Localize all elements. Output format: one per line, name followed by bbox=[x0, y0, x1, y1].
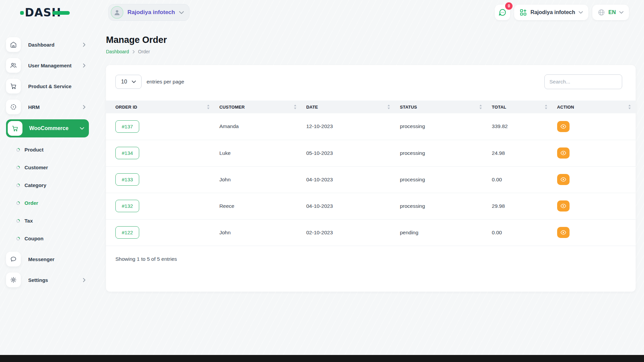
date-cell: 05-10-2023 bbox=[301, 140, 395, 166]
table-row: #132 Reece 04-10-2023 processing 29.98 bbox=[106, 193, 636, 219]
orders-card: 10 entries per page ORDER ID CUSTOMER bbox=[106, 65, 636, 292]
column-header-order-id[interactable]: ORDER ID bbox=[106, 101, 214, 113]
sidebar-item-woocommerce[interactable]: WooCommerce bbox=[6, 119, 89, 137]
sidebar-item-user-management[interactable]: User Management bbox=[6, 57, 89, 74]
company-name: Rajodiya infotech bbox=[530, 9, 575, 15]
status-cell: processing bbox=[395, 166, 487, 193]
messenger-button[interactable]: 0 bbox=[495, 5, 510, 20]
sidebar-item-label: HRM bbox=[28, 104, 40, 110]
submenu-item-order[interactable]: Order bbox=[6, 194, 89, 212]
eye-icon bbox=[560, 151, 566, 155]
date-cell: 04-10-2023 bbox=[301, 193, 395, 219]
sidebar-item-label: Product & Service bbox=[28, 83, 71, 89]
submenu-item-label: Order bbox=[24, 200, 38, 206]
submenu-item-coupon[interactable]: Coupon bbox=[6, 230, 89, 247]
messenger-badge: 0 bbox=[505, 2, 513, 10]
order-id-chip[interactable]: #134 bbox=[115, 147, 139, 159]
status-cell: processing bbox=[395, 193, 487, 219]
order-id-chip[interactable]: #132 bbox=[115, 200, 139, 212]
home-icon bbox=[6, 37, 21, 52]
customer-cell: John bbox=[214, 219, 301, 246]
column-header-total[interactable]: TOTAL bbox=[487, 101, 552, 113]
workspace-selector[interactable]: Rajodiya infotech bbox=[108, 4, 190, 21]
hrm-icon bbox=[6, 100, 21, 114]
view-order-button[interactable] bbox=[557, 147, 570, 159]
eye-icon bbox=[560, 124, 566, 129]
view-order-button[interactable] bbox=[557, 174, 570, 185]
page-title: Manage Order bbox=[106, 35, 636, 45]
breadcrumb-current: Order bbox=[138, 49, 150, 54]
submenu-item-category[interactable]: Category bbox=[6, 176, 89, 194]
column-header-status[interactable]: STATUS bbox=[395, 101, 487, 113]
sort-icon bbox=[479, 105, 482, 109]
sidebar-item-hrm[interactable]: HRM bbox=[6, 99, 89, 115]
submenu-item-tax[interactable]: Tax bbox=[6, 212, 89, 230]
sort-icon bbox=[294, 105, 297, 109]
date-cell: 12-10-2023 bbox=[301, 113, 395, 140]
submenu-item-product[interactable]: Product bbox=[6, 141, 89, 159]
workspace-name: Rajodiya infotech bbox=[127, 9, 175, 16]
view-order-button[interactable] bbox=[557, 227, 570, 238]
orders-table: ORDER ID CUSTOMER DATE STATUS TOTAL ACTI… bbox=[106, 101, 636, 246]
submenu-item-label: Tax bbox=[24, 218, 33, 224]
chat-bubble-icon bbox=[6, 252, 21, 266]
ring-bullet-icon bbox=[16, 148, 20, 152]
total-cell: 339.82 bbox=[487, 113, 552, 140]
column-header-date[interactable]: DATE bbox=[301, 101, 395, 113]
page-size-select[interactable]: 10 bbox=[115, 75, 142, 89]
column-header-action[interactable]: ACTION bbox=[552, 101, 636, 113]
submenu-item-customer[interactable]: Customer bbox=[6, 159, 89, 176]
eye-icon bbox=[560, 177, 566, 182]
table-row: #134 Luke 05-10-2023 processing 24.98 bbox=[106, 140, 636, 166]
search-input[interactable] bbox=[544, 74, 622, 89]
chevron-right-icon bbox=[132, 50, 135, 54]
chat-dots-icon bbox=[498, 8, 507, 17]
view-order-button[interactable] bbox=[557, 121, 570, 132]
sort-icon bbox=[207, 105, 210, 109]
status-cell: processing bbox=[395, 113, 487, 140]
eye-icon bbox=[560, 204, 566, 208]
breadcrumb: Dashboard Order bbox=[106, 49, 636, 54]
column-header-customer[interactable]: CUSTOMER bbox=[214, 101, 301, 113]
customer-cell: Reece bbox=[214, 193, 301, 219]
eye-icon bbox=[560, 230, 566, 235]
ring-bullet-icon bbox=[16, 166, 20, 170]
sidebar-item-settings[interactable]: Settings bbox=[6, 272, 89, 288]
submenu-item-label: Coupon bbox=[24, 236, 44, 241]
sidebar-item-label: WooCommerce bbox=[29, 125, 68, 131]
status-cell: pending bbox=[395, 219, 487, 246]
order-id-chip[interactable]: #122 bbox=[115, 226, 139, 239]
company-selector[interactable]: Rajodiya infotech bbox=[514, 5, 588, 20]
view-order-button[interactable] bbox=[557, 200, 570, 212]
topbar: DASH Rajodiya infotech 0 Rajo bbox=[0, 0, 644, 25]
chevron-right-icon bbox=[83, 278, 86, 282]
sort-icon bbox=[545, 105, 547, 109]
chevron-right-icon bbox=[83, 105, 86, 109]
chevron-down-icon bbox=[579, 11, 583, 14]
ring-bullet-icon bbox=[16, 201, 20, 205]
chevron-down-icon bbox=[619, 11, 624, 14]
order-id-chip[interactable]: #133 bbox=[115, 173, 139, 186]
submenu-item-label: Customer bbox=[24, 165, 48, 170]
users-icon bbox=[6, 58, 21, 73]
table-controls: 10 entries per page bbox=[106, 65, 636, 89]
sidebar-item-messenger[interactable]: Messenger bbox=[6, 251, 89, 267]
date-cell: 04-10-2023 bbox=[301, 166, 395, 193]
chevron-right-icon bbox=[83, 63, 86, 68]
woocommerce-submenu: Product Customer Category Order Tax Coup… bbox=[6, 141, 89, 247]
sidebar-item-dashboard[interactable]: Dashboard bbox=[6, 36, 89, 53]
person-icon bbox=[113, 9, 121, 16]
sidebar-item-label: Settings bbox=[28, 277, 48, 283]
sidebar-item-product-service[interactable]: Product & Service bbox=[6, 78, 89, 95]
submenu-item-label: Product bbox=[24, 147, 44, 153]
grid-plus-icon bbox=[520, 9, 527, 16]
chevron-down-icon bbox=[132, 80, 136, 83]
order-id-chip[interactable]: #137 bbox=[115, 120, 139, 133]
breadcrumb-dashboard-link[interactable]: Dashboard bbox=[106, 49, 129, 54]
total-cell: 29.98 bbox=[487, 193, 552, 219]
chevron-right-icon bbox=[83, 43, 86, 47]
table-row: #137 Amanda 12-10-2023 processing 339.82 bbox=[106, 113, 636, 140]
logo-dash-bar bbox=[52, 11, 70, 15]
avatar bbox=[111, 6, 123, 19]
language-selector[interactable]: EN bbox=[592, 5, 629, 20]
